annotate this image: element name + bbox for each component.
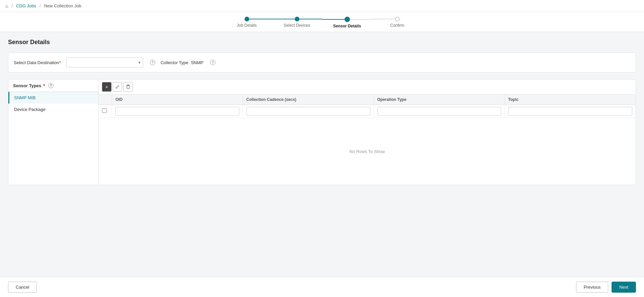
step-circle-select-devices — [295, 17, 299, 21]
sensor-type-snmp-mib[interactable]: SNMP MIB — [8, 92, 98, 104]
main-content: Sensor Details Select Data Destination* … — [0, 32, 644, 274]
sensor-types-title: Sensor Types — [13, 83, 41, 88]
breadcrumb-cdg-jobs[interactable]: CDG Jobs — [16, 3, 36, 8]
wizard-bar: Job Details Select Devices Sensor Detail… — [0, 12, 644, 32]
breadcrumb-separator: / — [11, 3, 13, 8]
collector-type-help-icon[interactable]: ? — [210, 60, 215, 65]
required-asterisk: * — [59, 60, 61, 65]
step-label-select-devices: Select Devices — [284, 23, 310, 28]
delete-button[interactable] — [123, 82, 133, 92]
sensor-panel: Sensor Types * ? SNMP MIB Device Package… — [8, 79, 636, 185]
sensor-types-header: Sensor Types * ? — [8, 80, 98, 92]
table-row-empty — [99, 105, 636, 118]
table-header: OID Collection Cadence (secs) Operation … — [99, 95, 636, 105]
col-header-checkbox — [99, 95, 112, 105]
cell-oid[interactable] — [112, 105, 243, 118]
destination-select[interactable] — [66, 57, 143, 67]
previous-button[interactable]: Previous — [576, 282, 609, 293]
sensor-types-sidebar: Sensor Types * ? SNMP MIB Device Package — [8, 80, 99, 185]
collector-type-label: Collector Type SNMP — [161, 60, 203, 65]
wizard-steps: Job Details Select Devices Sensor Detail… — [0, 17, 644, 28]
breadcrumb-current: New Collection Job — [44, 3, 81, 8]
breadcrumb-separator-2: / — [39, 3, 41, 8]
sensor-types-required: * — [43, 83, 45, 88]
topic-input[interactable] — [508, 107, 632, 116]
cell-topic[interactable] — [505, 105, 636, 118]
page-title: Sensor Details — [8, 39, 636, 46]
sensor-content: + OID Collection Cadence (secs) Operati — [99, 80, 636, 185]
step-circle-confirm — [395, 17, 400, 21]
connector-2b — [299, 19, 322, 19]
add-button[interactable]: + — [102, 82, 111, 92]
collector-type-value: SNMP — [191, 60, 203, 65]
wizard-step-confirm: Confirm — [372, 17, 423, 28]
edit-button[interactable] — [113, 82, 122, 92]
wizard-step-select-devices: Select Devices — [272, 17, 322, 28]
top-nav: ⌂ / CDG Jobs / New Collection Job — [0, 0, 644, 12]
toolbar: + — [99, 80, 636, 95]
oid-input[interactable] — [115, 107, 239, 116]
step-circle-sensor-details — [345, 17, 350, 22]
home-icon[interactable]: ⌂ — [5, 3, 8, 9]
step-label-sensor-details: Sensor Details — [333, 24, 361, 28]
wizard-step-sensor-details: Sensor Details — [322, 17, 372, 28]
form-row: Select Data Destination* ? Collector Typ… — [8, 52, 636, 72]
next-button[interactable]: Next — [612, 282, 636, 293]
step-label-job-details: Job Details — [237, 23, 257, 28]
destination-label: Select Data Destination* — [14, 60, 61, 65]
connector-2a — [272, 19, 295, 19]
cell-operation[interactable] — [374, 105, 505, 118]
operation-input[interactable] — [377, 107, 501, 116]
cancel-button[interactable]: Cancel — [8, 282, 37, 293]
col-header-operation: Operation Type — [374, 95, 505, 105]
col-header-cadence: Collection Cadence (secs) — [243, 95, 374, 105]
connector-3a — [322, 19, 345, 20]
sensor-type-device-package[interactable]: Device Package — [8, 104, 98, 115]
cadence-input[interactable] — [246, 107, 370, 116]
connector-4a — [372, 19, 395, 19]
sensor-types-help-icon[interactable]: ? — [48, 83, 54, 88]
destination-select-wrapper[interactable] — [66, 57, 143, 67]
destination-help-icon[interactable]: ? — [150, 60, 155, 65]
step-circle-job-details — [245, 17, 249, 21]
col-header-oid: OID — [112, 95, 243, 105]
col-header-topic: Topic — [505, 95, 636, 105]
footer: Cancel Previous Next — [0, 277, 644, 297]
cell-cadence[interactable] — [243, 105, 374, 118]
row-checkbox[interactable] — [102, 108, 107, 113]
step-label-confirm: Confirm — [390, 23, 404, 28]
wizard-step-job-details: Job Details — [222, 17, 272, 28]
cell-checkbox — [99, 105, 112, 118]
connector-1 — [249, 19, 272, 19]
no-rows-message: No Rows To Show — [99, 118, 636, 185]
footer-right-buttons: Previous Next — [576, 282, 636, 293]
connector-3b — [350, 19, 372, 20]
